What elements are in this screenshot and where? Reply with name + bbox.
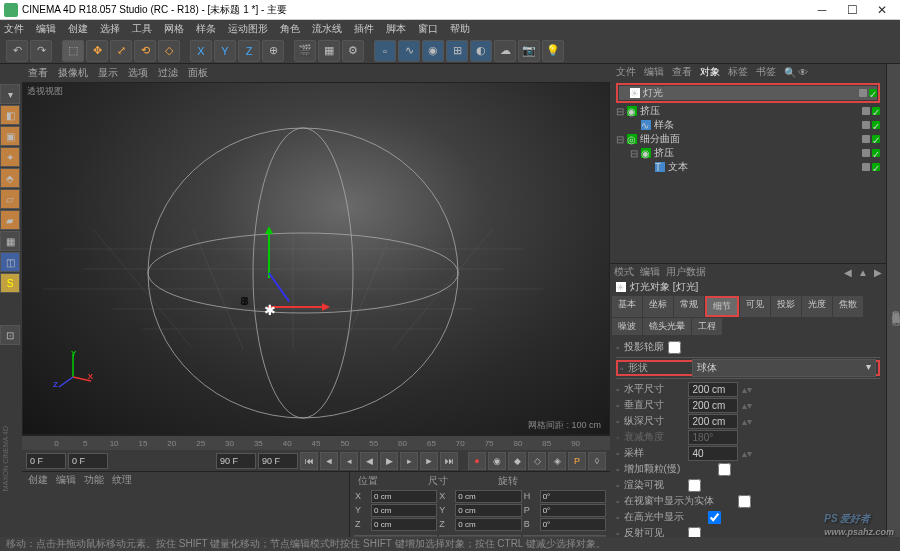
menu-create[interactable]: 创建 — [68, 22, 88, 36]
rot-h[interactable]: 0° — [540, 490, 606, 503]
deformer-tool[interactable]: ◐ — [470, 40, 492, 62]
mat-texture[interactable]: 纹理 — [112, 473, 132, 487]
play-back[interactable]: ◀ — [360, 452, 378, 470]
render-settings[interactable]: ⚙ — [342, 40, 364, 62]
vp-panel[interactable]: 面板 — [188, 66, 208, 80]
viewport[interactable]: 透视视图 38 ✱ Y X Z 网格间 — [22, 82, 610, 435]
x-axis-lock[interactable]: X — [190, 40, 212, 62]
subtab-noise[interactable]: 噪波 — [612, 318, 642, 335]
mat-create[interactable]: 创建 — [28, 473, 48, 487]
subtab-coord[interactable]: 坐标 — [643, 296, 673, 317]
end-frame2[interactable]: 90 F — [258, 453, 298, 469]
select-tool[interactable]: ⬚ — [62, 40, 84, 62]
nav-fwd-icon[interactable]: ▶ — [874, 267, 882, 278]
samples-field[interactable]: 40 — [688, 446, 738, 461]
size-y[interactable]: 0 cm — [455, 504, 521, 517]
attr-userdata[interactable]: 用户数据 — [666, 265, 706, 279]
menu-tools[interactable]: 工具 — [132, 22, 152, 36]
attr-edit[interactable]: 编辑 — [640, 265, 660, 279]
render-view[interactable]: 🎬 — [294, 40, 316, 62]
move-tool[interactable]: ✥ — [86, 40, 108, 62]
key-scale[interactable]: ◇ — [528, 452, 546, 470]
object-mode[interactable]: ▣ — [0, 126, 20, 146]
start-frame[interactable]: 0 F — [26, 453, 66, 469]
vp-view[interactable]: 查看 — [28, 66, 48, 80]
eye-icon[interactable]: 👁 — [798, 67, 808, 78]
pos-y[interactable]: 0 cm — [371, 504, 437, 517]
point-mode[interactable]: ⬘ — [0, 168, 20, 188]
search-icon[interactable]: 🔍 — [784, 67, 796, 78]
subtab-visible[interactable]: 可见 — [740, 296, 770, 317]
menu-script[interactable]: 脚本 — [386, 22, 406, 36]
subtab-details[interactable]: 细节 — [705, 296, 739, 317]
camera-tool[interactable]: 📷 — [518, 40, 540, 62]
size-z[interactable]: 0 cm — [455, 518, 521, 531]
vsize-field[interactable]: 200 cm — [688, 398, 738, 413]
current-frame[interactable]: 0 F — [68, 453, 108, 469]
subtab-project[interactable]: 工程 — [692, 318, 722, 335]
prev-frame[interactable]: ◂ — [340, 452, 358, 470]
size-x[interactable]: 0 cm — [455, 490, 521, 503]
subtab-basic[interactable]: 基本 — [612, 296, 642, 317]
pos-x[interactable]: 0 cm — [371, 490, 437, 503]
rot-b[interactable]: 0° — [540, 518, 606, 531]
dsize-field[interactable]: 200 cm — [688, 414, 738, 429]
maximize-button[interactable]: ☐ — [838, 1, 866, 19]
key-param[interactable]: P — [568, 452, 586, 470]
side-tabs[interactable]: 对象 场次 内容浏览器 构造 — [886, 64, 900, 551]
timeline-ruler[interactable]: 051015202530354045505560657075808590 — [22, 436, 610, 450]
viewport-solo[interactable]: ⊡ — [0, 325, 20, 345]
subtab-caustics[interactable]: 焦散 — [833, 296, 863, 317]
tree-light[interactable]: ☀ 灯光 ✓ — [619, 86, 877, 100]
gizmo-center[interactable]: ✱ — [264, 302, 274, 312]
gizmo-y-axis[interactable] — [268, 228, 270, 278]
nurbs-tool[interactable]: ◉ — [422, 40, 444, 62]
workplane[interactable]: ◫ — [0, 252, 20, 272]
autokey[interactable]: ◉ — [488, 452, 506, 470]
tree-subdiv[interactable]: ⊟◎ 细分曲面 ✓ — [616, 132, 880, 146]
axis-mode[interactable]: ✦ — [0, 147, 20, 167]
specular-checkbox[interactable] — [708, 511, 721, 524]
rotate-tool[interactable]: ⟲ — [134, 40, 156, 62]
obj-view[interactable]: 查看 — [672, 65, 692, 79]
key-rot[interactable]: ◈ — [548, 452, 566, 470]
record-key[interactable]: ● — [468, 452, 486, 470]
snap-toggle[interactable]: S — [0, 273, 20, 293]
goto-start[interactable]: ⏮ — [300, 452, 318, 470]
poly-mode[interactable]: ▰ — [0, 210, 20, 230]
next-frame[interactable]: ▸ — [400, 452, 418, 470]
model-mode[interactable]: ◧ — [0, 105, 20, 125]
menu-edit[interactable]: 编辑 — [36, 22, 56, 36]
menu-pipeline[interactable]: 流水线 — [312, 22, 342, 36]
undo-button[interactable]: ↶ — [6, 40, 28, 62]
tree-text[interactable]: T 文本 ✓ — [616, 160, 880, 174]
play-forward[interactable]: ▶ — [380, 452, 398, 470]
tree-extrude2[interactable]: ⊟◉ 挤压 ✓ — [616, 146, 880, 160]
obj-edit[interactable]: 编辑 — [644, 65, 664, 79]
y-axis-lock[interactable]: Y — [214, 40, 236, 62]
vp-options[interactable]: 选项 — [128, 66, 148, 80]
menu-window[interactable]: 窗口 — [418, 22, 438, 36]
vp-display[interactable]: 显示 — [98, 66, 118, 80]
grain-checkbox[interactable] — [718, 463, 731, 476]
nav-back-icon[interactable]: ◀ — [844, 267, 852, 278]
menu-select[interactable]: 选择 — [100, 22, 120, 36]
menu-mograph[interactable]: 运动图形 — [228, 22, 268, 36]
obj-objects[interactable]: 对象 — [700, 65, 720, 79]
world-axis[interactable]: ⊕ — [262, 40, 284, 62]
mat-edit[interactable]: 编辑 — [56, 473, 76, 487]
prev-key[interactable]: ◄ — [320, 452, 338, 470]
obj-file[interactable]: 文件 — [616, 65, 636, 79]
environment-tool[interactable]: ☁ — [494, 40, 516, 62]
rot-p[interactable]: 0° — [540, 504, 606, 517]
vp-camera[interactable]: 摄像机 — [58, 66, 88, 80]
pos-z[interactable]: 0 cm — [371, 518, 437, 531]
menu-help[interactable]: 帮助 — [450, 22, 470, 36]
array-tool[interactable]: ⊞ — [446, 40, 468, 62]
texture-mode[interactable]: ▦ — [0, 231, 20, 251]
key-pla[interactable]: ◊ — [588, 452, 606, 470]
menu-plugins[interactable]: 插件 — [354, 22, 374, 36]
vp-filter[interactable]: 过滤 — [158, 66, 178, 80]
tree-extrude1[interactable]: ⊟◉ 挤压 ✓ — [616, 104, 880, 118]
cube-primitive[interactable]: ▫ — [374, 40, 396, 62]
